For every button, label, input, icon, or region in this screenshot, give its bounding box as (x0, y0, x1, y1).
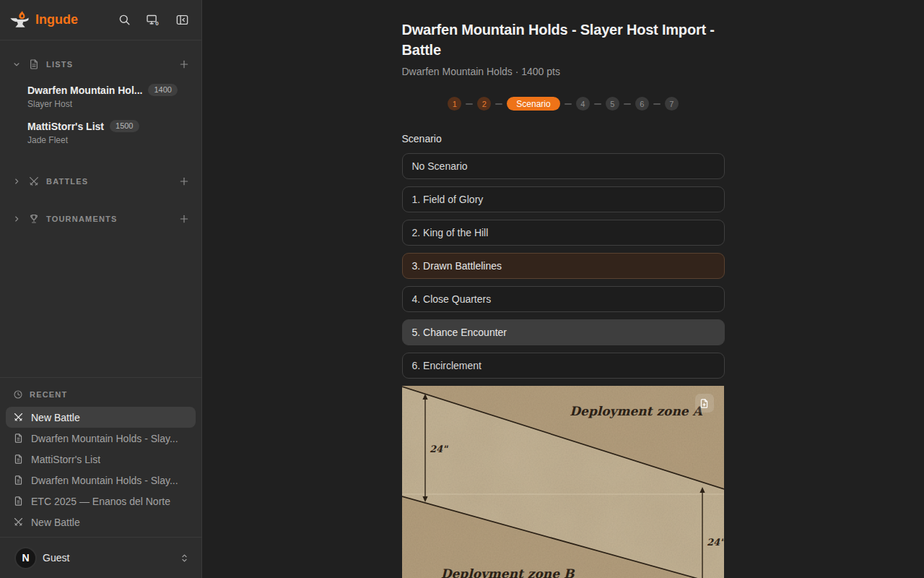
right-measure-label: 24" (707, 537, 724, 548)
step-connector (653, 103, 661, 105)
scenario-options: No Scenario 1. Field of Glory 2. King of… (402, 153, 725, 379)
app-window: Ingude 0 (0, 0, 924, 578)
chevron-right-icon[interactable] (12, 215, 22, 223)
sidebar-section-lists[interactable]: LISTS (0, 55, 201, 74)
clock-icon (13, 389, 23, 400)
scenario-option-drawn-battlelines[interactable]: 3. Drawn Battlelines (402, 253, 725, 279)
step-connector (565, 103, 572, 105)
scenario-option-king-of-the-hill[interactable]: 2. King of the Hill (402, 220, 725, 246)
document-icon (13, 496, 24, 506)
points-badge: 1500 (110, 120, 139, 132)
recent-header: RECENT (6, 387, 196, 402)
list-item[interactable]: Dwarfen Mountain Hol... 1400 Slayer Host (27, 84, 190, 109)
list-title: Dwarfen Mountain Hol... (27, 85, 142, 96)
step-5[interactable]: 5 (606, 97, 619, 111)
add-tournament-button[interactable] (178, 213, 190, 225)
scenario-option-chance-encounter[interactable]: 5. Chance Encounter (402, 319, 725, 345)
zone-a-label: Deployment zone A (570, 404, 702, 418)
chevron-right-icon[interactable] (12, 177, 22, 186)
sidebar-nav: LISTS Dwarfen Mountain Hol... 1400 Slaye… (0, 40, 201, 377)
deployment-map-preview: 24" 24" Deployment zone A Deployment zon… (402, 386, 724, 578)
user-name: Guest (43, 552, 179, 564)
document-icon (28, 59, 40, 70)
sidebar-section-tournaments[interactable]: TOURNAMENTS (0, 210, 201, 228)
section-label-tournaments: TOURNAMENTS (46, 215, 172, 223)
recent-item-list[interactable]: ETC 2025 — Enanos del Norte (6, 491, 196, 512)
recent-item-label: New Battle (31, 412, 80, 423)
scenario-option-no-scenario[interactable]: No Scenario (402, 153, 725, 179)
recent-item-list[interactable]: MattiStorr's List (6, 449, 196, 470)
devices-icon[interactable]: 0 (144, 11, 162, 30)
recent-item-label: Dwarfen Mountain Holds - Slay... (31, 433, 178, 444)
recent-item-label: New Battle (31, 517, 80, 528)
sidebar-section-battles[interactable]: BATTLES (0, 172, 201, 191)
step-connector (594, 103, 601, 105)
search-icon[interactable] (115, 11, 134, 30)
chevron-down-icon[interactable] (12, 60, 22, 69)
recent-item-label: ETC 2025 — Enanos del Norte (31, 496, 170, 507)
left-measure-label: 24" (430, 444, 448, 454)
document-icon (13, 454, 24, 465)
section-label-recent: RECENT (30, 390, 188, 399)
scenario-option-field-of-glory[interactable]: 1. Field of Glory (402, 186, 725, 212)
recent-section: RECENT New Battle Dwarfen Mountain Holds… (0, 377, 201, 537)
sidebar: Ingude 0 (0, 0, 202, 578)
collapse-panel-icon[interactable] (173, 11, 191, 30)
scenario-option-encirclement[interactable]: 6. Encirclement (402, 353, 725, 379)
crossed-swords-icon (13, 412, 24, 423)
scenario-option-close-quarters[interactable]: 4. Close Quarters (402, 286, 725, 312)
main-panel: Dwarfen Mountain Holds - Slayer Host Imp… (202, 0, 924, 578)
unfold-chevrons-icon (179, 553, 190, 564)
anvil-flame-logo-icon (9, 9, 30, 31)
crossed-swords-icon (28, 176, 40, 187)
zone-b-label: Deployment zone B (440, 566, 575, 578)
recent-item-label: Dwarfen Mountain Holds - Slay... (31, 475, 178, 486)
step-1[interactable]: 1 (448, 97, 461, 111)
lists-items: Dwarfen Mountain Hol... 1400 Slayer Host… (27, 84, 190, 145)
step-connector (495, 103, 502, 105)
step-scenario[interactable]: Scenario (507, 97, 559, 111)
recent-item-new-battle[interactable]: New Battle (6, 407, 196, 428)
list-title: MattiStorr's List (27, 121, 104, 132)
page-subtitle: Dwarfen Mountain Holds · 1400 pts (402, 66, 725, 77)
brand-name: Ingude (35, 12, 115, 27)
add-list-button[interactable] (178, 59, 190, 70)
step-7[interactable]: 7 (665, 97, 679, 111)
document-icon (13, 475, 24, 486)
recent-item-list[interactable]: Dwarfen Mountain Holds - Slay... (6, 470, 196, 491)
recent-item-list[interactable]: Dwarfen Mountain Holds - Slay... (6, 428, 196, 449)
step-4[interactable]: 4 (576, 97, 590, 111)
step-2[interactable]: 2 (477, 97, 491, 111)
points-badge: 1400 (148, 84, 177, 96)
avatar: N (14, 547, 37, 569)
section-label-battles: BATTLES (46, 177, 172, 186)
document-icon (13, 433, 24, 444)
list-subtitle: Slayer Host (27, 99, 190, 109)
section-label-lists: LISTS (46, 60, 172, 69)
recent-item-new-battle[interactable]: New Battle (6, 512, 196, 532)
recent-item-label: MattiStorr's List (31, 454, 100, 465)
step-6[interactable]: 6 (635, 97, 649, 111)
step-connector (466, 103, 473, 105)
scenario-section-label: Scenario (402, 133, 725, 144)
trophy-icon (28, 213, 40, 225)
step-connector (624, 103, 631, 105)
map-file-icon[interactable] (695, 394, 714, 413)
list-item[interactable]: MattiStorr's List 1500 Jade Fleet (27, 120, 190, 145)
page-title: Dwarfen Mountain Holds - Slayer Host Imp… (402, 20, 736, 60)
crossed-swords-icon (13, 517, 24, 527)
stepper: 1 2 Scenario 4 5 6 7 (402, 97, 725, 111)
devices-count-badge: 0 (155, 20, 159, 27)
add-battle-button[interactable] (178, 176, 190, 187)
list-subtitle: Jade Fleet (27, 135, 190, 145)
user-menu[interactable]: N Guest (0, 537, 201, 578)
sidebar-header-icons: 0 (115, 11, 191, 30)
sidebar-header: Ingude 0 (0, 0, 201, 40)
